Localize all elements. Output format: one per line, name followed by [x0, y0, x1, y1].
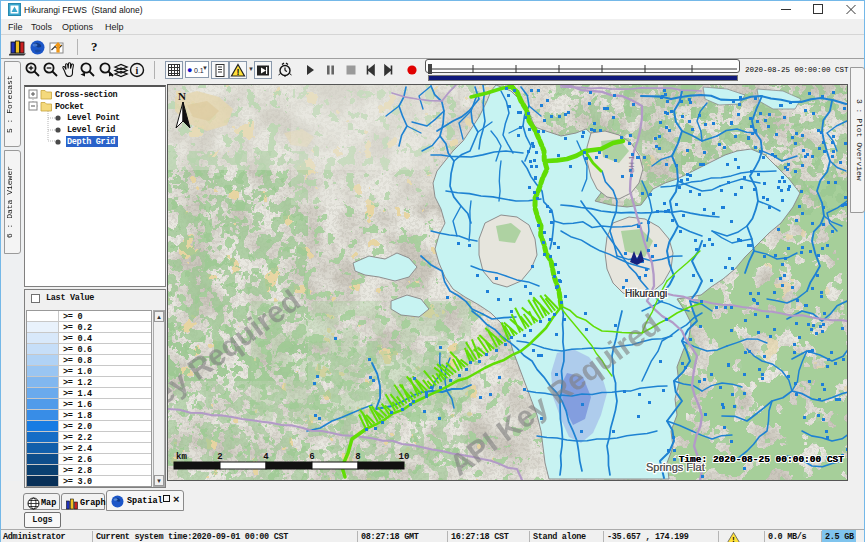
svg-text:2: 2	[217, 452, 222, 462]
svg-text:!: !	[731, 535, 736, 542]
svg-text:10: 10	[399, 452, 410, 462]
svg-text:N: N	[178, 90, 186, 102]
svg-text:6: 6	[309, 452, 314, 462]
svg-text:km: km	[176, 452, 187, 462]
svg-text:SH 1: SH 1	[627, 155, 636, 173]
svg-text:Hikurangi: Hikurangi	[625, 288, 667, 299]
svg-text:i: i	[136, 65, 139, 76]
svg-text:8: 8	[355, 452, 360, 462]
svg-text:Time: 2020-08-25 00:00:00 CST: Time: 2020-08-25 00:00:00 CST	[679, 454, 845, 465]
svg-text:!: !	[237, 67, 240, 77]
svg-text:4: 4	[263, 452, 269, 462]
